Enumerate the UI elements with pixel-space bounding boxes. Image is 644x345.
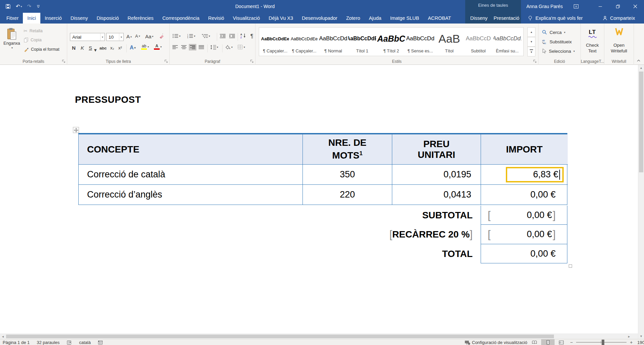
table-resize-handle[interactable] — [569, 264, 572, 268]
scroll-down-icon[interactable]: ▼ — [638, 333, 644, 339]
proofing-status-icon[interactable] — [67, 340, 72, 345]
replace-button[interactable]: abac Substitueix — [542, 39, 572, 44]
tab-correspondencia[interactable]: Correspondència — [158, 13, 204, 24]
tab-dejavu-x3[interactable]: Déjà Vu X3 — [264, 13, 297, 24]
superscript-button[interactable]: x² — [118, 45, 122, 50]
increase-indent-button[interactable] — [229, 34, 235, 38]
tab-table-layout[interactable]: Presentació — [491, 13, 523, 24]
collapse-ribbon-button[interactable] — [637, 59, 641, 62]
justify-button[interactable] — [199, 45, 204, 49]
copy-button[interactable]: Copia — [24, 37, 42, 43]
grow-font-button[interactable]: A▴ — [126, 34, 132, 39]
tab-desenvolupador[interactable]: Desenvolupador — [297, 13, 342, 24]
user-name[interactable]: Anna Grau Parés — [526, 0, 563, 13]
open-writefull-button[interactable] — [604, 28, 634, 36]
styles-more-button[interactable]: ▾ — [527, 47, 535, 56]
font-size-combobox[interactable]: 10 ▾ — [106, 33, 124, 41]
font-dialog-launcher[interactable] — [164, 59, 168, 63]
word-count[interactable]: 32 paraules — [37, 340, 59, 345]
style-titol2[interactable]: AaBbC¶ Títol 2 — [377, 29, 405, 54]
italic-button[interactable]: K — [81, 45, 84, 51]
borders-button[interactable]: ▾ — [238, 45, 245, 50]
tab-disseny[interactable]: Disseny — [66, 13, 92, 24]
table-cell[interactable]: 0,0195 — [392, 165, 481, 185]
style-titol[interactable]: AaBTítol — [435, 29, 463, 54]
share-button[interactable]: Comparteix — [602, 13, 635, 24]
style-sense-espaiat[interactable]: AaBbCcDd¶ Sense es... — [406, 29, 434, 54]
table-cell[interactable]: 0,00 € — [481, 185, 568, 205]
horizontal-scrollbar[interactable]: ◄ ► — [0, 334, 638, 339]
highlight-color-button[interactable]: ab ▾ — [141, 44, 149, 50]
select-dropdown-icon[interactable]: ▾ — [573, 50, 575, 53]
change-case-button[interactable]: Aa▾ — [145, 34, 153, 39]
find-dropdown-icon[interactable]: ▾ — [564, 31, 565, 34]
language-indicator[interactable]: català — [79, 340, 91, 345]
check-text-label[interactable]: Check Text — [581, 42, 604, 54]
tab-imatge-slub[interactable]: Imatge SLUB — [386, 13, 424, 24]
zoom-in-button[interactable]: + — [629, 340, 634, 345]
align-left-button[interactable] — [172, 45, 178, 49]
font-size-dropdown-icon[interactable]: ▾ — [119, 33, 123, 41]
horizontal-scroll-thumb[interactable] — [6, 335, 554, 338]
select-button[interactable]: Selecciona ▾ — [542, 48, 575, 54]
shading-button[interactable]: ▾ — [225, 45, 233, 50]
table-cell[interactable]: Correcció d’anglès — [79, 185, 303, 205]
tab-revisio[interactable]: Revisió — [204, 13, 229, 24]
line-spacing-button[interactable]: ▾ — [210, 45, 218, 50]
highlight-dropdown-icon[interactable]: ▾ — [148, 45, 149, 48]
table-cell[interactable]: 220 — [303, 185, 392, 205]
paste-dropdown-icon[interactable]: ▾ — [11, 46, 13, 49]
sort-button[interactable]: AZ — [240, 33, 246, 38]
font-color-button[interactable]: A ▾ — [154, 44, 162, 50]
bold-button[interactable]: N — [72, 45, 76, 51]
macro-recording-icon[interactable] — [98, 340, 103, 345]
page-indicator[interactable]: Pàgina 1 de 1 — [3, 340, 30, 345]
underline-dropdown-icon[interactable]: ▾ — [94, 47, 97, 53]
strikethrough-button[interactable]: abc — [99, 46, 107, 51]
tab-ajuda[interactable]: Ajuda — [365, 13, 386, 24]
table-move-handle[interactable] — [73, 127, 79, 133]
numbering-button[interactable]: 123 ▾ — [187, 34, 195, 38]
style-normal[interactable]: AaBbCcDd¶ Normal — [319, 29, 347, 54]
check-text-button[interactable]: LT — [581, 29, 604, 38]
shrink-font-button[interactable]: A▾ — [135, 34, 140, 39]
paragraph-dialog-launcher[interactable] — [250, 59, 254, 63]
tab-acrobat[interactable]: ACROBAT — [424, 13, 455, 24]
zoom-level[interactable]: 190% — [637, 340, 644, 345]
customize-quick-access-button[interactable] — [36, 4, 40, 8]
document-page[interactable]: PRESSUPOST CONCEPTE NRE. DE MOTS1 PREU U… — [0, 65, 638, 334]
find-button[interactable]: Cerca ▾ — [542, 30, 565, 35]
total-amount-cell[interactable]: 0,00 € — [481, 244, 567, 263]
font-name-combobox[interactable]: Arial ▾ — [70, 33, 105, 41]
style-capcalera1[interactable]: AaBbCcDdEe¶ Capçaler... — [261, 29, 289, 54]
web-layout-button[interactable] — [555, 339, 568, 345]
table-cell[interactable]: 350 — [303, 165, 392, 185]
minimize-button[interactable] — [592, 0, 609, 13]
close-button[interactable] — [627, 0, 644, 13]
tell-me-box[interactable]: Explica'm què vols fer — [528, 13, 583, 24]
scroll-up-icon[interactable]: ▲ — [638, 65, 644, 71]
vertical-scrollbar[interactable]: ▲ ▼ — [638, 65, 644, 339]
font-name-dropdown-icon[interactable]: ▾ — [100, 33, 105, 41]
text-effects-button[interactable]: A▾ — [130, 45, 136, 51]
style-subtitol[interactable]: AaBbCcDSubtítol — [464, 29, 492, 54]
form-field-highlight[interactable]: 6,83 € — [506, 167, 564, 182]
cut-button[interactable]: ✂ Retalla — [24, 28, 43, 34]
styles-scroll-up-button[interactable]: ▴ — [527, 27, 535, 37]
recarrec-amount-cell[interactable]: [ 0,00 € ] — [481, 225, 567, 244]
scroll-right-icon[interactable]: ► — [626, 334, 632, 339]
table-cell-selected-field[interactable]: 6,83 € — [481, 165, 568, 185]
tab-disposicio[interactable]: Disposició — [92, 13, 123, 24]
zoom-slider-thumb[interactable] — [602, 340, 604, 345]
subscript-button[interactable]: x₂ — [110, 45, 114, 50]
clipboard-dialog-launcher[interactable] — [62, 59, 66, 63]
zoom-slider[interactable] — [576, 342, 627, 343]
zoom-out-button[interactable]: − — [569, 340, 574, 345]
style-emfasi[interactable]: AaBbCcDd.Èmfasi su... — [493, 29, 521, 54]
paste-button[interactable]: Enganxa ▾ — [2, 26, 22, 58]
display-settings-button[interactable]: Configuració de visualització — [465, 339, 527, 345]
decrease-indent-button[interactable] — [219, 34, 226, 38]
vertical-scroll-thumb[interactable] — [639, 72, 643, 172]
table-cell[interactable]: 0,0413 — [392, 185, 481, 205]
undo-button[interactable]: ↶▾ — [16, 3, 22, 9]
